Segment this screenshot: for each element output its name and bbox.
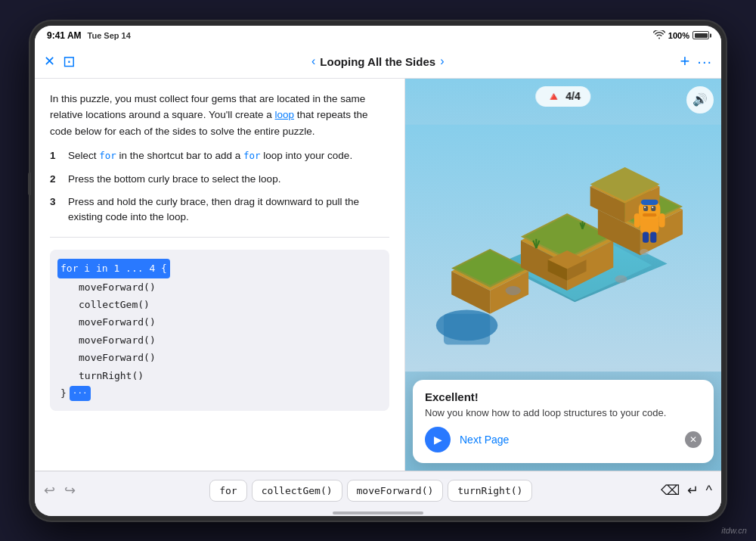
excellent-popup: Excellent! Now you know how to add loop … xyxy=(413,380,714,462)
excellent-footer: ▶ Next Page ✕ xyxy=(425,427,702,452)
toolbar-actions: ⌫ ↵ ^ xyxy=(661,482,712,499)
svg-rect-40 xyxy=(643,213,656,216)
status-time: 9:41 AM xyxy=(47,30,82,41)
step-1-num: 1 xyxy=(50,148,60,163)
code-line-3: moveForward() xyxy=(60,313,379,331)
battery-icon xyxy=(692,31,709,39)
code-line-5: moveForward() xyxy=(60,349,379,366)
svg-rect-45 xyxy=(650,232,656,242)
svg-rect-42 xyxy=(634,213,640,227)
undo-button[interactable]: ↩ xyxy=(44,482,55,499)
add-button[interactable]: + xyxy=(680,51,689,71)
steps-list: 1 Select for in the shortcut bar to add … xyxy=(50,148,389,225)
status-date: Tue Sep 14 xyxy=(88,31,131,40)
step-3-num: 3 xyxy=(50,194,60,225)
step-1: 1 Select for in the shortcut bar to add … xyxy=(50,148,389,163)
status-right: 100% xyxy=(653,30,709,41)
code-dots-badge: ··· xyxy=(70,386,91,401)
svg-rect-39 xyxy=(652,206,653,207)
nav-right: + ··· xyxy=(680,51,712,71)
instruction-body: In this puzzle, you must collect four ge… xyxy=(50,91,389,140)
step-3-text: Press and hold the curly brace, then dra… xyxy=(68,194,389,225)
code-closing-brace: } ··· xyxy=(60,384,379,402)
chip-for[interactable]: for xyxy=(209,480,246,502)
forward-chevron-icon[interactable]: › xyxy=(440,54,444,68)
delete-button[interactable]: ⌫ xyxy=(661,482,680,499)
code-line-4: moveForward() xyxy=(60,331,379,349)
play-icon: ▶ xyxy=(434,434,442,446)
home-bar xyxy=(333,511,423,515)
return-button[interactable]: ↵ xyxy=(687,482,699,499)
game-svg xyxy=(405,86,721,410)
svg-rect-37 xyxy=(651,205,655,210)
code-highlight-line: for i in 1 ... 4 { xyxy=(60,259,379,278)
left-panel: In this puzzle, you must collect four ge… xyxy=(35,79,405,471)
svg-rect-41 xyxy=(641,199,658,204)
close-popup-button[interactable]: ✕ xyxy=(685,431,702,448)
nav-bar: ✕ ⊡ ‹ Looping All the Sides › + ··· xyxy=(35,45,721,79)
svg-point-30 xyxy=(615,275,627,282)
step-2-num: 2 xyxy=(50,172,60,187)
status-bar: 9:41 AM Tue Sep 14 100% xyxy=(35,26,721,45)
split-view-button[interactable]: ⊡ xyxy=(63,52,76,70)
step-2: 2 Press the bottom curly brace to select… xyxy=(50,172,389,187)
nav-title: Looping All the Sides xyxy=(320,55,435,68)
main-content: In this puzzle, you must collect four ge… xyxy=(35,79,721,471)
svg-point-31 xyxy=(640,249,649,255)
loop-link[interactable]: loop xyxy=(275,109,295,120)
next-page-link[interactable]: Next Page xyxy=(460,434,676,446)
chip-turn-right[interactable]: turnRight() xyxy=(448,480,532,502)
nav-left: ✕ ⊡ xyxy=(44,52,76,70)
code-block: for i in 1 ... 4 { moveForward() collect… xyxy=(50,250,389,411)
code-line-6: turnRight() xyxy=(60,367,379,384)
play-button[interactable]: ▶ xyxy=(425,427,451,452)
svg-point-29 xyxy=(506,285,521,294)
wifi-icon xyxy=(653,30,665,41)
ipad-frame: 9:41 AM Tue Sep 14 100% xyxy=(30,21,726,521)
close-popup-icon: ✕ xyxy=(689,434,697,445)
more-button[interactable]: ··· xyxy=(697,53,712,70)
svg-rect-38 xyxy=(644,206,646,207)
toolbar-nav: ↩ ↪ xyxy=(44,482,76,499)
svg-rect-33 xyxy=(444,313,490,344)
for-loop-header: for i in 1 ... 4 { xyxy=(57,259,170,278)
close-button[interactable]: ✕ xyxy=(44,53,55,70)
bottom-toolbar: ↩ ↪ for collectGem() moveForward() turnR… xyxy=(35,471,721,510)
svg-rect-43 xyxy=(658,213,665,227)
nav-center: ‹ Looping All the Sides › xyxy=(76,54,680,68)
svg-rect-36 xyxy=(643,205,648,210)
code-line-1: moveForward() xyxy=(60,278,379,296)
step-3: 3 Press and hold the curly brace, then d… xyxy=(50,194,389,225)
excellent-title: Excellent! xyxy=(425,390,702,403)
svg-rect-44 xyxy=(643,232,649,242)
toolbar-code-chips: for collectGem() moveForward() turnRight… xyxy=(88,480,655,502)
redo-button[interactable]: ↪ xyxy=(64,482,76,499)
chip-move-forward[interactable]: moveForward() xyxy=(347,480,444,502)
excellent-description: Now you know how to add loop structures … xyxy=(425,406,702,420)
device-screen: 9:41 AM Tue Sep 14 100% xyxy=(35,26,721,516)
watermark: itdw.cn xyxy=(721,526,747,535)
code-line-2: collectGem() xyxy=(60,296,379,313)
divider xyxy=(50,237,389,238)
step-2-text: Press the bottom curly brace to select t… xyxy=(68,172,389,187)
right-panel: 🔺 4/4 🔊 xyxy=(405,79,721,471)
chip-collect-gem[interactable]: collectGem() xyxy=(252,480,342,502)
side-button xyxy=(28,173,31,195)
back-chevron-icon[interactable]: ‹ xyxy=(311,54,315,68)
home-indicator xyxy=(35,510,721,516)
step-1-text: Select for in the shortcut bar to add a … xyxy=(68,148,389,163)
battery-percent: 100% xyxy=(668,31,689,40)
chevron-up-button[interactable]: ^ xyxy=(706,483,712,499)
